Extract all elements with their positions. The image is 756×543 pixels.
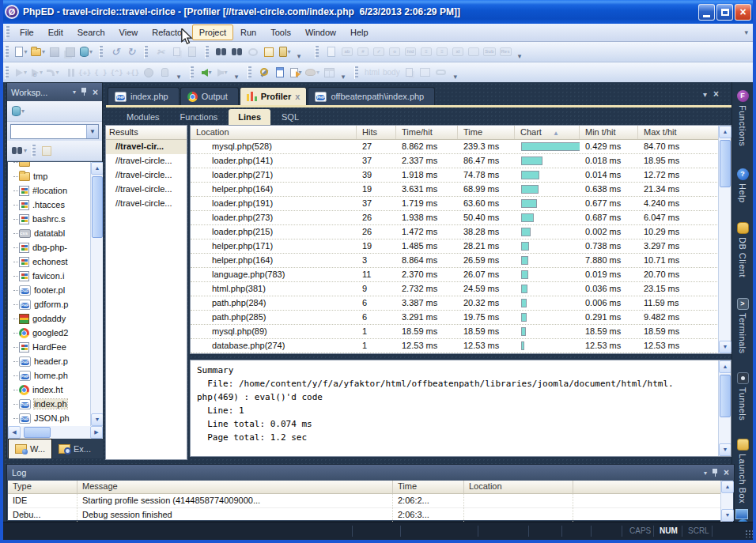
form-doc-icon[interactable] (323, 44, 339, 60)
close-panel-icon[interactable]: × (724, 468, 729, 477)
scroll-up-icon[interactable]: ▲ (721, 481, 734, 493)
layout-icon[interactable] (321, 65, 337, 81)
text-field-icon[interactable]: ab (339, 44, 355, 60)
save-remote-icon[interactable] (78, 44, 94, 60)
workspace-filter-combobox[interactable]: ▼ (10, 124, 99, 139)
result-item[interactable]: //travel-circle... (106, 183, 187, 197)
log-column-location[interactable]: Location (464, 481, 573, 493)
tree-scrollbar[interactable]: ▲ ▼ (90, 162, 103, 426)
menu-item[interactable]: Project (192, 25, 233, 40)
tree-item[interactable]: godaddy (13, 311, 103, 326)
tree-item[interactable]: HardFee (13, 340, 103, 354)
close-document-icon[interactable]: × (713, 89, 719, 100)
column-header-chart[interactable]: Chart▲ (515, 126, 580, 139)
column-header-time-hit[interactable]: Time/hit (396, 126, 458, 139)
scroll-down-icon[interactable]: ▼ (719, 443, 731, 456)
table-row[interactable]: helper.php(171) 19 1.485 ms 28.21 ms 0.7… (191, 239, 719, 254)
scroll-up-icon[interactable]: ▲ (719, 360, 731, 373)
scroll-right-icon[interactable]: ▶ (90, 426, 103, 439)
scroll-up-icon[interactable]: ▲ (91, 162, 103, 175)
tree-item[interactable]: gdform.p (13, 297, 103, 311)
rail-tab[interactable]: Tunnels (737, 372, 749, 420)
result-item[interactable]: //travel-circle... (106, 197, 187, 211)
menu-item[interactable]: Window (298, 25, 343, 40)
toolbar-overflow-icon[interactable]: ▾ (515, 52, 524, 62)
submit-icon[interactable]: Sub (482, 44, 497, 60)
tree-item[interactable]: dbg-php- (13, 240, 103, 255)
scroll-down-icon[interactable]: ▼ (719, 341, 731, 353)
scroll-thumb[interactable] (24, 427, 51, 438)
toolbar-overflow-icon[interactable]: ▾ (174, 73, 183, 82)
insert-link-icon[interactable] (433, 65, 449, 81)
save-all-icon[interactable] (62, 44, 78, 60)
table-row[interactable]: loader.php(215) 26 1.472 ms 38.28 ms 0.0… (191, 225, 719, 239)
workspace-bottom-tab[interactable]: W... (8, 439, 52, 458)
settings-icon[interactable] (256, 65, 272, 81)
tree-item[interactable] (13, 162, 103, 169)
rail-tab[interactable]: Terminals (737, 298, 749, 354)
log-column-type[interactable]: Type (8, 481, 77, 493)
replace-icon[interactable] (245, 44, 261, 60)
new-file-icon[interactable] (13, 44, 29, 60)
input-xi-icon[interactable]: xI (450, 44, 466, 60)
html-tag-button[interactable]: html (363, 65, 381, 81)
tree-item[interactable]: #location (13, 183, 103, 198)
paste-icon[interactable] (184, 44, 200, 60)
highlight-icon[interactable] (304, 65, 321, 81)
log-scrollbar[interactable]: ▲ ▼ (720, 481, 733, 522)
button-field-icon[interactable] (466, 44, 482, 60)
menu-item[interactable]: Help (343, 25, 376, 40)
run-profile-icon[interactable] (45, 65, 61, 81)
find-in-workspace-icon[interactable] (10, 143, 28, 159)
close-panel-icon[interactable]: × (93, 88, 98, 97)
insert-image-icon[interactable] (418, 65, 433, 81)
run-icon[interactable] (13, 65, 29, 81)
embedded-view-icon[interactable] (261, 44, 277, 60)
new-project-icon[interactable] (10, 104, 26, 119)
remote-monitor-icon[interactable] (735, 509, 748, 519)
open-file-icon[interactable] (29, 44, 47, 60)
toolbar-overflow-icon[interactable]: ▾ (294, 52, 304, 62)
hidden-field-icon[interactable]: hid (403, 44, 418, 60)
scroll-thumb[interactable] (720, 140, 731, 187)
step-over-icon[interactable]: { } (93, 65, 108, 81)
table-scrollbar[interactable]: ▲ ▼ (718, 126, 731, 353)
body-tag-button[interactable]: body (381, 65, 402, 81)
toolbar-overflow-icon[interactable]: ▾ (451, 73, 460, 82)
close-button[interactable]: × (735, 4, 751, 21)
checkbox-icon[interactable]: ✓ (371, 44, 387, 60)
tree-item[interactable]: JSON.ph (13, 411, 103, 425)
tree-item[interactable]: bashrc.s (13, 212, 103, 226)
result-item[interactable]: //travel-cir... (106, 140, 187, 154)
scroll-thumb[interactable] (720, 375, 731, 417)
log-column-time[interactable]: Time (393, 481, 464, 493)
table-row[interactable]: loader.php(191) 37 1.719 ms 63.60 ms 0.6… (191, 197, 719, 211)
column-header-location[interactable]: Location (191, 126, 357, 139)
deploy-icon[interactable] (288, 65, 304, 81)
pause-icon[interactable] (61, 65, 77, 81)
column-header-min[interactable]: Min t/hit (580, 126, 638, 139)
pin-icon[interactable] (712, 469, 719, 477)
table-row[interactable]: helper.php(164) 19 3.631 ms 68.99 ms 0.6… (191, 183, 719, 197)
toolbar-overflow-icon[interactable]: ▾ (232, 73, 241, 82)
tree-item[interactable]: index.ht (13, 383, 103, 397)
log-row[interactable]: Debu... Debug session finished 2:06:3... (8, 508, 733, 522)
rail-tab[interactable]: Help (737, 168, 749, 203)
table-row[interactable]: helper.php(164) 3 8.864 ms 26.59 ms 7.88… (191, 254, 719, 268)
cut-icon[interactable]: ✂ (153, 44, 168, 60)
grid-icon[interactable]: # (355, 44, 371, 60)
tree-item[interactable]: .htacces (13, 198, 103, 212)
run-debug-icon[interactable] (29, 65, 45, 81)
tree-item[interactable]: header.p (13, 354, 103, 368)
pin-icon[interactable] (81, 88, 88, 96)
reset-icon[interactable]: Res (497, 44, 513, 60)
summary-scrollbar[interactable]: ▲ ▼ (718, 360, 731, 456)
run-to-cursor-icon[interactable]: +{} (125, 65, 141, 81)
toolbar-overflow-icon[interactable]: ▾ (338, 73, 348, 82)
find-icon[interactable] (214, 44, 229, 60)
menu-item[interactable]: Tools (263, 25, 298, 40)
step-out-icon[interactable]: {^} (109, 65, 125, 81)
result-item[interactable]: //travel-circle... (106, 154, 187, 168)
tree-item[interactable]: echonest (13, 255, 103, 269)
menu-item[interactable]: View (112, 25, 146, 40)
